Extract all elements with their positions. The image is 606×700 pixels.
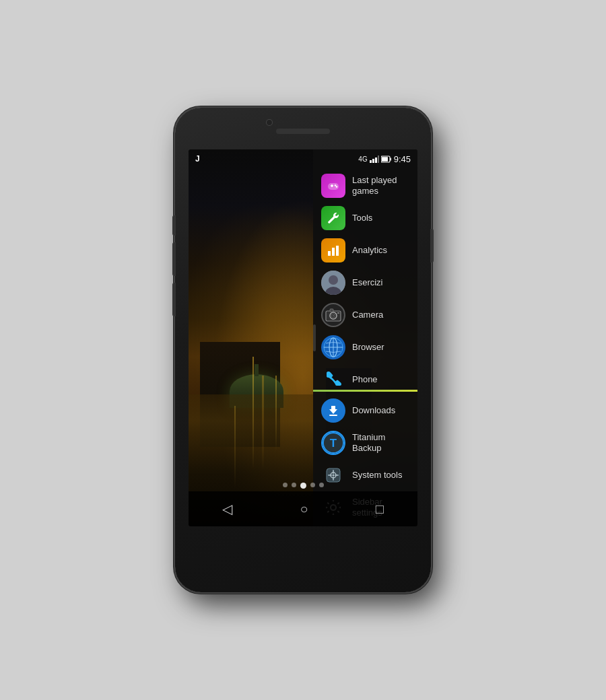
power-button[interactable] [430, 229, 434, 262]
dot-1[interactable] [283, 483, 288, 487]
svg-rect-3 [378, 155, 379, 163]
dot-5[interactable] [319, 483, 324, 487]
titanium-backup-icon: T [321, 431, 345, 455]
sidebar-item-last-played-games[interactable]: Last playedgames [313, 170, 417, 202]
bar-chart-icon [326, 243, 341, 258]
back-button[interactable]: ◁ [211, 495, 243, 522]
sidebar-item-esercizi[interactable]: Esercizi [313, 267, 417, 299]
downloads-label: Downloads [352, 405, 395, 416]
sidebar-panel: Last playedgames Tools [313, 149, 417, 526]
downloads-icon [321, 398, 345, 423]
browser-label: Browser [352, 342, 384, 353]
carrier-label: J [195, 154, 201, 164]
light-streak-3 [275, 376, 277, 451]
wrench-icon [326, 211, 341, 225]
camera-svg-icon [325, 308, 341, 322]
svg-text:T: T [330, 437, 337, 450]
sidebar-item-analytics[interactable]: Analytics [313, 234, 417, 267]
esercizi-icon [321, 271, 345, 295]
light-streak-2 [262, 376, 264, 470]
svg-rect-1 [372, 159, 374, 163]
esercizi-label: Esercizi [352, 277, 383, 288]
status-right: 4G 9:45 [358, 154, 411, 164]
svg-rect-14 [336, 246, 339, 256]
dot-2[interactable] [292, 483, 296, 487]
svg-rect-9 [331, 184, 333, 187]
network-type-label: 4G [358, 155, 367, 163]
phone-label: Phone [352, 374, 378, 385]
dot-3[interactable] [300, 483, 306, 489]
top-bezel [175, 108, 431, 149]
status-bar: J 4G 9:45 [189, 149, 417, 168]
svg-rect-0 [370, 160, 372, 163]
volume-up-button[interactable] [172, 215, 176, 236]
titanium-backup-label: TitaniumBackup [352, 432, 385, 453]
sidebar-item-titanium-backup[interactable]: T TitaniumBackup [313, 427, 417, 459]
battery-icon [381, 155, 392, 163]
last-played-games-icon [321, 174, 345, 198]
sidebar-item-browser[interactable]: Browser [313, 331, 417, 363]
signal-icon [370, 155, 379, 163]
home-button-nav[interactable]: ○ [289, 496, 318, 522]
page-dots [189, 483, 417, 489]
svg-rect-13 [332, 248, 335, 256]
screen: J 4G 9:45 [189, 149, 417, 526]
svg-rect-12 [328, 251, 331, 256]
svg-rect-5 [382, 157, 388, 162]
last-played-games-label: Last playedgames [352, 175, 397, 196]
globe-icon [323, 337, 343, 357]
earpiece-speaker [276, 129, 330, 134]
phone-svg-icon [323, 369, 344, 390]
avatar-icon [321, 271, 345, 295]
svg-point-10 [335, 184, 336, 186]
sidebar-item-downloads[interactable]: Downloads [313, 394, 417, 427]
svg-point-11 [336, 186, 337, 187]
svg-rect-6 [390, 158, 391, 160]
phone-icon [321, 368, 345, 390]
clock: 9:45 [394, 154, 411, 164]
sidebar-item-phone[interactable]: Phone [313, 363, 417, 390]
light-streak-4 [234, 406, 236, 489]
svg-rect-22 [330, 309, 333, 312]
recents-button[interactable]: □ [365, 496, 395, 522]
download-arrow-icon [325, 402, 342, 419]
svg-rect-23 [337, 312, 339, 314]
dot-4[interactable] [310, 483, 315, 487]
svg-rect-31 [329, 415, 337, 416]
sidebar-item-tools[interactable]: Tools [313, 202, 417, 234]
tools-label: Tools [352, 213, 372, 223]
front-camera [267, 120, 272, 125]
gamepad-icon [327, 179, 340, 193]
bottom-bezel [175, 526, 431, 565]
system-tools-label: System tools [352, 470, 402, 481]
svg-point-16 [329, 275, 338, 285]
phone: J 4G 9:45 [175, 108, 431, 592]
svg-point-21 [333, 315, 335, 317]
light-streak-1 [252, 357, 254, 470]
volume-down-button[interactable] [172, 242, 176, 276]
svg-point-37 [333, 475, 335, 477]
camera-icon [321, 303, 345, 327]
analytics-label: Analytics [352, 245, 387, 256]
sidebar-item-camera[interactable]: Camera [313, 299, 417, 331]
svg-rect-2 [375, 158, 377, 163]
sidebar-top-section: Last playedgames Tools [313, 149, 417, 390]
camera-label: Camera [352, 310, 383, 320]
analytics-icon [321, 238, 345, 262]
titanium-icon: T [323, 431, 344, 454]
tools-icon [321, 206, 345, 230]
camera-button[interactable] [172, 283, 176, 316]
browser-icon [321, 335, 345, 359]
navigation-bar: ◁ ○ □ [189, 491, 417, 526]
scroll-indicator [313, 324, 316, 351]
